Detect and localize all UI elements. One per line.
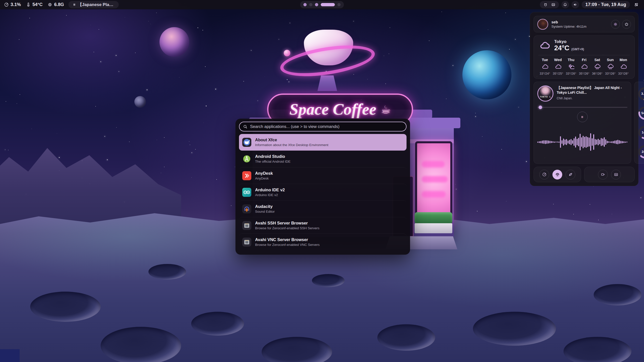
clock[interactable]: 17:09 - Tue, 19 Aug [582,1,630,8]
wave-bar [595,139,596,145]
wave-bar [613,141,614,143]
workspace-dot[interactable] [337,3,341,6]
app-item[interactable]: AnyDeskAnyDesk [239,167,407,184]
pet-icon[interactable] [543,3,548,7]
seek-track [537,107,627,108]
app-name: About Xfce [255,137,328,143]
star [640,197,641,198]
forecast-day: Wed35°/25° [551,58,565,75]
audio-visualizer [537,123,627,161]
wave-bar [625,142,626,143]
gauge-value: 14% [637,125,644,140]
wave-bar [607,141,608,143]
star [31,129,32,129]
planter [415,223,452,233]
star [509,49,510,50]
workspace-dot-active[interactable] [321,3,335,6]
seek-knob[interactable] [539,106,542,109]
cloud-icon [538,41,550,51]
wave-bar [545,140,546,144]
wave-bar [580,134,581,150]
camera-button[interactable] [598,170,608,179]
app-item[interactable]: Android StudioThe official Android IDE [239,151,407,167]
seek-bar[interactable] [537,106,627,109]
power-profile-scales[interactable] [552,170,562,179]
wave-bar [608,141,609,143]
app-item[interactable]: Avahi SSH Server BrowserBrowse for Zeroc… [239,217,407,234]
user-info: seb System Uptime: 4h11m [551,20,586,28]
app-text: Arduino IDE v2Arduino IDE v2 [255,187,285,197]
volume-button[interactable] [572,1,579,8]
wave-bar [568,141,569,144]
forecast-temps: 33°/24° [540,72,550,75]
forecast-day-label: Sat [594,58,600,62]
weather-timezone: (GMT+9) [571,48,584,51]
app-text: Avahi VNC Server BrowserBrowse for Zeroc… [255,237,320,247]
star [116,55,116,56]
media-player-card: TOKYO L 【Japanese Playlist】 Japan All Ni… [534,82,631,164]
star [593,186,594,187]
star [59,157,60,158]
wallpaper-tray-icon[interactable] [551,3,555,7]
workspace-dot[interactable] [303,3,307,6]
star [446,99,447,99]
star [189,141,189,142]
star [205,66,206,67]
pause-icon [72,3,75,7]
player-header: TOKYO L 【Japanese Playlist】 Japan All Ni… [537,85,627,102]
app-item[interactable]: About XfceInformation about the Xfce Des… [239,134,407,151]
power-button[interactable] [622,20,631,29]
star [164,167,165,167]
power-profile-speedometer[interactable] [539,170,549,179]
star [19,39,19,40]
workspace-switcher [300,1,344,8]
star [278,39,279,40]
cloud-icon [620,64,627,70]
forecast-day: Sat36°/26° [591,58,604,75]
workspace-dot[interactable] [309,3,312,6]
wallpaper-blue-corner [0,349,20,362]
play-pause-button[interactable] [577,112,588,122]
star [231,205,231,206]
notifications-button[interactable] [561,1,569,8]
wave-bar [620,141,621,144]
forecast-temps: 35°/25° [553,72,563,75]
star [289,81,289,82]
forecast-temps: 36°/26° [592,72,602,75]
search-input[interactable] [250,124,403,129]
search-bar[interactable] [239,122,407,131]
app-item[interactable]: AudacitySound Editor [239,200,407,217]
star [100,61,101,62]
workspace-dot[interactable] [315,3,318,6]
wave-bar [596,140,597,145]
forecast-day: Fri35°/26° [578,58,591,75]
star [367,79,368,79]
power-profile-leaf[interactable] [566,170,575,179]
wave-bar [558,142,559,143]
now-playing-pill[interactable]: 【Japanese Playlist】 J... [68,1,119,8]
power-profile-group [534,167,581,182]
star [243,81,244,82]
settings-button[interactable] [611,20,620,29]
star [475,116,476,117]
screenshot-button[interactable] [611,170,621,179]
arduino-icon [242,188,252,197]
star [235,167,235,167]
app-item[interactable]: Arduino IDE v2Arduino IDE v2 [239,184,407,200]
star [453,65,453,66]
audacity-icon [242,204,252,214]
app-item[interactable]: Avahi VNC Server BrowserBrowse for Zeroc… [239,234,407,250]
wave-bar [617,140,618,144]
star [95,106,96,107]
power-icon [624,22,629,26]
control-panel: seb System Uptime: 4h11m Tokyo 24°C (GMT… [530,12,638,186]
ring-planet-dot [284,50,290,56]
wave-bar [561,140,562,144]
user-name: seb [551,20,586,24]
star [515,39,516,40]
wave-bar [551,141,552,143]
app-grid-button[interactable] [632,1,640,8]
window-neon-line [422,191,446,198]
wave-bar [583,136,584,148]
wave-bar [611,141,612,143]
